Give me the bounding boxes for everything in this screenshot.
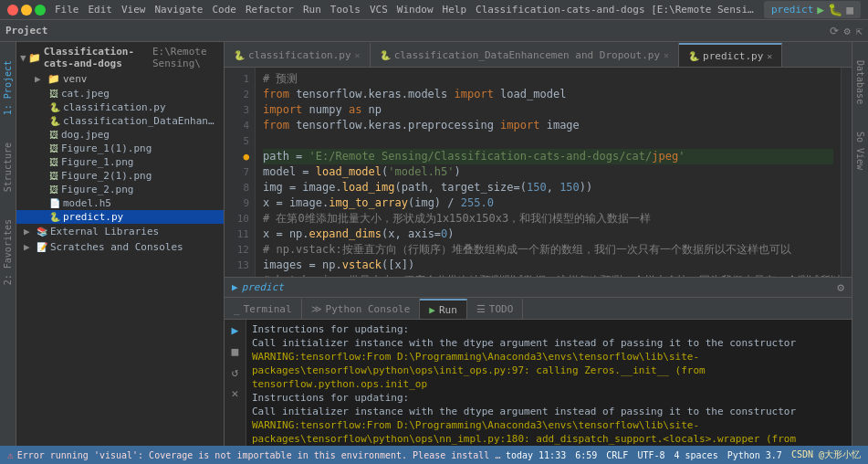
run-play-icon[interactable]: ▶: [817, 3, 824, 16]
tab-terminal[interactable]: _ Terminal: [225, 299, 302, 319]
toolbar-stop-icon[interactable]: ■: [846, 3, 853, 16]
tab-python-console[interactable]: ≫ Python Console: [302, 299, 421, 319]
menu-navigate[interactable]: Navigate: [155, 4, 204, 16]
menu-vcs[interactable]: VCS: [370, 4, 388, 16]
minimize-btn[interactable]: [21, 5, 32, 16]
run-name-label: predict: [242, 281, 284, 293]
tree-item-fig2-1[interactable]: 🖼 Figure_2(1).png: [16, 169, 224, 183]
editor-column: 🐍 classification.py ✕ 🐍 classification_D…: [225, 42, 852, 446]
project-panel: ▼ 📁 Classification-cats-and-dogs E:\Remo…: [16, 42, 225, 446]
tree-item-fig1[interactable]: 🖼 Figure_1.png: [16, 155, 224, 169]
maximize-btn[interactable]: [35, 5, 46, 16]
tree-item-scratches[interactable]: ▶ 📝 Scratches and Consoles: [16, 239, 224, 255]
expand-icon-scratches: ▶: [24, 241, 37, 253]
tree-root-item[interactable]: ▼ 📁 Classification-cats-and-dogs E:\Remo…: [16, 44, 224, 71]
code-line-2: from tensorflow.keras.models import load…: [263, 87, 833, 102]
menu-refactor[interactable]: Refactor: [246, 4, 294, 16]
tab-close-2[interactable]: ✕: [664, 50, 669, 60]
run-side-stop-icon[interactable]: ■: [232, 344, 239, 358]
project-sync-icon[interactable]: ⟳: [830, 25, 839, 37]
titlebar: File Edit View Navigate Code Refactor Ru…: [0, 0, 868, 20]
tab-classification-data[interactable]: 🐍 classification_DataEnhancemen and Drop…: [371, 43, 679, 67]
project-tree: ▼ 📁 Classification-cats-and-dogs E:\Remo…: [16, 42, 224, 446]
todo-icon: ☰: [476, 303, 486, 315]
code-content[interactable]: # 预测 from tensorflow.keras.models import…: [256, 68, 841, 277]
run-header-tools: ⚙: [837, 280, 844, 294]
project-collapse-icon[interactable]: ⇱: [856, 25, 863, 37]
status-watermark: CSDN @大形小忆: [791, 448, 861, 461]
tab-todo[interactable]: ☰ TODO: [467, 299, 524, 319]
tab-run[interactable]: ▶ Run: [420, 299, 467, 319]
database-toggle[interactable]: Database: [855, 60, 865, 104]
menu-edit[interactable]: Edit: [89, 4, 113, 16]
run-output: Instructions for updating: Call initiali…: [246, 320, 852, 446]
status-charset: UTF-8: [637, 450, 664, 460]
run-settings-icon[interactable]: ⚙: [837, 280, 844, 294]
code-line-7: model = load_model('model.h5'): [263, 164, 833, 180]
structure-toggle[interactable]: Structure: [3, 142, 13, 192]
root-name: Classification-cats-and-dogs: [44, 46, 149, 69]
cat-label: cat.jpeg: [61, 88, 110, 100]
menu-run[interactable]: Run: [303, 4, 321, 16]
app-window: File Edit View Navigate Code Refactor Ru…: [0, 0, 868, 464]
project-panel-toggle[interactable]: 1: Project: [3, 60, 13, 115]
code-line-5: [263, 133, 833, 149]
code-line-9: x = image.img_to_array(img) / 255.0: [263, 195, 833, 211]
root-folder-icon: 📁: [28, 52, 41, 64]
bottom-panel: ▶ predict ⚙ _ Terminal ≫ Python Console: [225, 277, 852, 446]
close-btn[interactable]: [7, 5, 18, 16]
output-line-warn1: WARNING:tensorflow:From D:\Programming\A…: [252, 350, 846, 391]
run-debug-icon[interactable]: 🐛: [828, 3, 842, 16]
tab-classification[interactable]: 🐍 classification.py ✕: [225, 43, 371, 67]
favorites-toggle[interactable]: 2: Favorites: [3, 219, 13, 285]
code-line-12: # np.vstack:按垂直方向（行顺序）堆叠数组构成一个新的数组，我们一次只…: [263, 242, 833, 258]
project-gear-icon[interactable]: ⚙: [844, 25, 851, 37]
run-side-rerun-icon[interactable]: ↺: [232, 365, 239, 379]
output-line-call1: Call initializer instance with the dtype…: [252, 336, 846, 350]
status-error-text: Error running 'visual': Coverage is not …: [17, 450, 506, 460]
menu-tools[interactable]: Tools: [330, 4, 361, 16]
tree-item-classification[interactable]: 🐍 classification.py: [16, 100, 224, 114]
run-side-panel: ▶ ■ ↺ ✕: [225, 320, 246, 446]
output-line-call2: Call initializer instance with the dtype…: [252, 405, 846, 418]
tree-item-cat[interactable]: 🖼 cat.jpeg: [16, 87, 224, 100]
menu-help[interactable]: Help: [443, 4, 467, 16]
tree-item-fig1-1[interactable]: 🖼 Figure_1(1).png: [16, 142, 224, 155]
bottom-tab-bar: _ Terminal ≫ Python Console ▶ Run ☰ TODO: [225, 298, 852, 320]
tree-item-predict[interactable]: 🐍 predict.py: [16, 210, 224, 224]
menu-file[interactable]: File: [55, 4, 79, 16]
tree-item-venv[interactable]: ▶ 📁 venv: [16, 71, 224, 87]
run-side-close-icon[interactable]: ✕: [232, 386, 239, 400]
run-side-play-icon[interactable]: ▶: [232, 323, 239, 337]
status-right: today 11:33 6:59 CRLF UTF-8 4 spaces Pyt…: [506, 448, 861, 461]
tree-item-classification-data[interactable]: 🐍 classification_DataEnhancemen and Drop…: [16, 114, 224, 128]
img-icon-5: 🖼: [49, 171, 58, 181]
tab-predict[interactable]: 🐍 predict.py ✕: [679, 43, 782, 67]
tree-item-fig2[interactable]: 🖼 Figure_2.png: [16, 183, 224, 196]
tree-item-ext-libs[interactable]: ▶ 📚 External Libraries: [16, 224, 224, 239]
img-icon-2: 🖼: [49, 130, 58, 140]
menu-code[interactable]: Code: [212, 4, 236, 16]
tab-label-1: classification.py: [248, 49, 351, 61]
tree-item-dog[interactable]: 🖼 dog.jpeg: [16, 128, 224, 142]
status-linecol: 6:59: [575, 450, 597, 460]
status-encoding: CRLF: [606, 450, 628, 460]
tree-item-model[interactable]: 📄 model.h5: [16, 196, 224, 210]
status-indent: 4 spaces: [674, 450, 717, 460]
py-icon-2: 🐍: [49, 116, 60, 126]
run-dropdown[interactable]: predict ▶ 🐛 ■: [764, 1, 861, 18]
so-view-toggle[interactable]: So View: [855, 132, 865, 170]
todo-label: TODO: [489, 303, 514, 315]
menu-view[interactable]: View: [121, 4, 146, 16]
run-tab-label: Run: [439, 304, 457, 316]
status-time: today 11:33: [506, 450, 566, 460]
run-tab-icon: ▶: [429, 304, 435, 316]
tab-close-3[interactable]: ✕: [767, 51, 772, 61]
status-left: ⚠ Error running 'visual': Coverage is no…: [7, 449, 506, 461]
menu-window[interactable]: Window: [397, 4, 434, 16]
terminal-label: Terminal: [244, 303, 292, 315]
img-icon: 🖼: [49, 89, 58, 99]
h5-icon: 📄: [49, 198, 60, 208]
python-console-label: Python Console: [326, 303, 411, 315]
tab-close-1[interactable]: ✕: [355, 50, 361, 60]
